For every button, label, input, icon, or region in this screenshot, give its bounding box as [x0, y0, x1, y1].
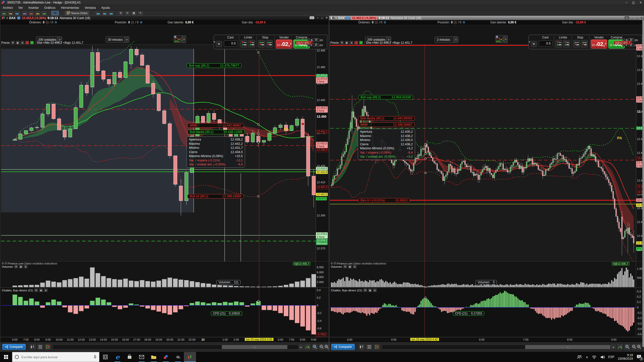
close-button[interactable]: ✕	[639, 1, 642, 4]
sell-arrow-icon[interactable]: ↓	[25, 41, 29, 44]
list-tool-icon[interactable]	[367, 344, 372, 350]
menu-herramientas[interactable]: Herramientas	[58, 6, 82, 10]
list-tool-icon[interactable]	[37, 344, 43, 350]
symbol-dropdown-arrow[interactable]: ▾	[336, 17, 337, 19]
sell-stop-button[interactable]	[258, 40, 265, 48]
symbol-label[interactable]: DAX	[9, 16, 16, 20]
wrench-icon[interactable]: ⚒	[364, 289, 367, 292]
symbol-dropdown-arrow[interactable]: ▾	[7, 17, 8, 19]
close-circle-icon[interactable]: ⊗	[44, 289, 48, 292]
window-icon[interactable]: ▣	[368, 289, 372, 292]
chart-edit-icon[interactable]	[305, 344, 310, 350]
close-circle-icon[interactable]: ⊗	[21, 41, 24, 44]
alert-marker-icon[interactable]	[301, 122, 305, 125]
keyboard-icon[interactable]	[625, 16, 629, 19]
position-settings-icon[interactable]: ⚙	[140, 21, 143, 24]
orders-settings-icon[interactable]: ⚙	[383, 21, 386, 24]
menu-gráficos[interactable]: Gráficos	[42, 6, 58, 10]
window-icon[interactable]: ▣	[348, 265, 352, 268]
wrench-icon[interactable]: ⚒	[11, 41, 15, 44]
share-button[interactable]: Compartir	[2, 344, 26, 350]
chart-titlebar[interactable]: ▾ DAX i 12.402,5 (-0,36%) 9:19:13 Aleman…	[329, 16, 644, 20]
buy-arrow-icon[interactable]: ↑	[30, 41, 34, 44]
zoom-fit-icon[interactable]	[312, 344, 318, 350]
search-input[interactable]	[21, 355, 91, 359]
scroll-right-button[interactable]: ►	[612, 345, 616, 349]
speaker-icon[interactable]	[600, 355, 605, 359]
scrollbar-handle[interactable]: ≡	[222, 345, 287, 349]
sell-stop-button[interactable]	[573, 40, 580, 48]
orderbook-icon[interactable]	[45, 344, 51, 350]
start-button[interactable]	[0, 352, 12, 362]
position-close-icon[interactable]: ✕	[131, 21, 134, 24]
menu-insertar[interactable]: Insertar	[26, 6, 42, 10]
chart-close-button[interactable]: ✕	[326, 16, 328, 19]
panel-collapse-arrow[interactable]: ►	[529, 40, 531, 43]
position-settings-icon[interactable]: ⚙	[463, 21, 465, 24]
buy-limit-button[interactable]	[563, 40, 570, 48]
sell-button[interactable]: 12.402,0	[591, 39, 607, 49]
toolbar-zoom-in[interactable]: ⊕	[118, 11, 123, 15]
menu-ventana[interactable]: Ventana	[82, 6, 98, 10]
wrench-icon[interactable]: ⚒	[34, 289, 38, 292]
close-circle-icon[interactable]: ⊗	[24, 265, 27, 268]
zoom-in-icon[interactable]	[637, 344, 641, 350]
people-icon[interactable]	[577, 355, 582, 359]
toolbar-new-order-button[interactable]: Nueva Orden	[65, 11, 89, 15]
scroll-right-button[interactable]: ►	[299, 345, 303, 349]
chart-style-button[interactable]: ▾	[174, 35, 182, 43]
wrench-icon[interactable]: ⚒	[343, 265, 347, 268]
toolbar-charttype-2[interactable]	[109, 11, 114, 15]
toolbar-charttype-0[interactable]	[96, 11, 101, 15]
quantity-input[interactable]: 0.5	[539, 40, 552, 47]
chart-minimize-button[interactable]: ─	[632, 16, 634, 19]
trade-settings-icon[interactable]: ⚒	[216, 41, 222, 47]
sell-limit-button[interactable]	[240, 40, 247, 48]
taskbar-mail-icon[interactable]	[136, 352, 148, 362]
chart-style-button[interactable]: ▾	[495, 35, 504, 43]
scrollbar-handle[interactable]: ≡	[525, 345, 610, 349]
toolbar-indicator-icon[interactable]	[22, 11, 27, 15]
zoom-fit-icon[interactable]	[625, 344, 630, 350]
menu-ayuda[interactable]: Ayuda	[98, 6, 112, 10]
chart-edit-icon[interactable]	[617, 344, 623, 350]
position-close-icon[interactable]: ✕	[454, 21, 457, 24]
window-icon[interactable]: ▣	[16, 41, 19, 44]
toolbar-charttype-1[interactable]	[102, 11, 107, 15]
toolbar-cursor[interactable]: ✛	[138, 11, 143, 15]
taskbar-explorer-icon[interactable]	[148, 352, 160, 362]
stop-pts-input[interactable]: 30	[313, 38, 319, 42]
chart-close-button[interactable]: ✕	[640, 16, 643, 19]
toolbar-profile-icon[interactable]	[8, 11, 13, 15]
sell-limit-button[interactable]	[555, 40, 562, 48]
toolbar-tile-windows[interactable]: ▦	[131, 11, 136, 15]
window-edge-scrollbar[interactable]	[642, 20, 644, 347]
orders-settings-icon[interactable]: ⚙	[54, 21, 57, 24]
sell-arrow-icon[interactable]: ↓	[354, 41, 358, 44]
trade-settings-icon[interactable]: ⚒	[531, 41, 537, 47]
keyboard-icon[interactable]	[310, 16, 314, 19]
toolbar-alert-icon[interactable]	[35, 11, 40, 15]
wifi-icon[interactable]	[592, 355, 597, 359]
sell-button[interactable]: 12.402,0	[276, 39, 292, 49]
toolbar-window-icon[interactable]	[15, 11, 20, 15]
menu-archivo[interactable]: Archivo	[0, 6, 16, 10]
toolbar-zoom-out[interactable]: ⊖	[125, 11, 130, 15]
buy-limit-button[interactable]	[248, 40, 255, 48]
info-icon[interactable]: i	[17, 17, 20, 19]
zoom-in-icon[interactable]	[324, 344, 329, 350]
chart-minimize-button[interactable]: ─	[317, 16, 319, 19]
chart-scrollbar[interactable]: ≡	[53, 345, 299, 349]
toolbar-script-icon[interactable]	[29, 11, 34, 15]
close-circle-icon[interactable]: ⊗	[373, 289, 377, 292]
minimize-button[interactable]: ─	[625, 1, 628, 4]
quantity-input[interactable]: 0.5	[224, 40, 237, 47]
zoom-out-icon[interactable]	[319, 344, 324, 350]
window-icon[interactable]: ▣	[345, 41, 348, 44]
notification-icon[interactable]: 3	[636, 354, 641, 360]
buy-stop-button[interactable]	[266, 40, 273, 48]
toolbar-chart-icon[interactable]	[2, 11, 7, 15]
chart-style-dropdown-arrow[interactable]: ▾	[182, 35, 186, 43]
taskbar-store-icon[interactable]	[124, 352, 136, 362]
task-view-button[interactable]	[99, 352, 111, 362]
